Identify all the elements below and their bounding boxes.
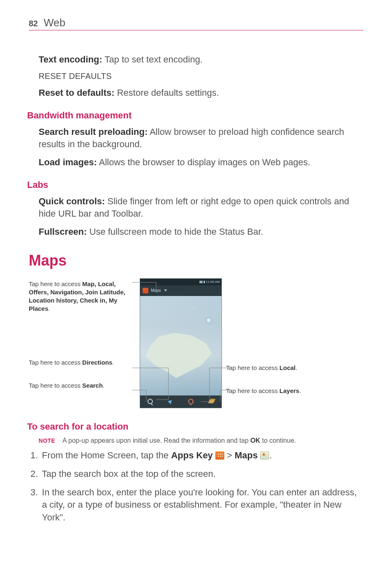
callout-directions: Tap here to access Directions. xyxy=(29,358,136,367)
page-header: 82 Web xyxy=(29,16,363,30)
search-icon[interactable] xyxy=(147,398,154,405)
desc: Use fullscreen mode to hide the Status B… xyxy=(87,227,263,237)
maps-app-title: Maps xyxy=(151,288,161,293)
setting-quick-controls: Quick controls: Slide finger from left o… xyxy=(39,195,363,220)
maps-heading: Maps xyxy=(29,252,363,269)
setting-fullscreen: Fullscreen: Use fullscreen mode to hide … xyxy=(39,226,363,238)
map-canvas[interactable] xyxy=(140,296,221,395)
battery-icon: ▮ xyxy=(203,280,205,284)
maps-app-bar[interactable]: Maps xyxy=(140,285,221,296)
desc: Tap to set text encoding. xyxy=(102,54,203,65)
local-pin-icon[interactable] xyxy=(187,398,195,405)
desc: Restore defaults settings. xyxy=(115,88,219,98)
note: NOTE A pop-up appears upon initial use. … xyxy=(39,437,363,444)
maps-bottom-bar xyxy=(140,395,221,408)
callout-layers: Tap here to access Layers. xyxy=(226,387,321,395)
setting-search-preload: Search result preloading: Allow browser … xyxy=(39,126,363,150)
search-location-heading: To search for a location xyxy=(27,421,363,432)
maps-app-icon xyxy=(260,451,269,460)
note-label: NOTE xyxy=(39,437,55,444)
step-3: 3. In the search box, enter the place yo… xyxy=(30,486,363,524)
chapter-title: Web xyxy=(44,16,65,29)
label: Quick controls: xyxy=(39,196,105,206)
map-landmass xyxy=(146,333,212,378)
desc: Allows the browser to display images on … xyxy=(97,157,310,167)
label: Load images: xyxy=(39,157,97,167)
setting-reset-defaults: Reset to defaults: Restore defaults sett… xyxy=(39,87,363,99)
page-number: 82 xyxy=(29,19,38,28)
maps-app-icon xyxy=(143,288,148,294)
label: Reset to defaults: xyxy=(39,88,115,98)
status-time: 11:06 AM xyxy=(206,280,220,284)
step-1: 1. From the Home Screen, tap the Apps Ke… xyxy=(30,449,363,462)
setting-text-encoding: Text encoding: Tap to set text encoding. xyxy=(39,53,363,66)
label: Fullscreen: xyxy=(39,227,87,237)
my-location-dot xyxy=(207,318,211,322)
maps-figure: Tap here to access Map, Local, Offers, N… xyxy=(29,278,363,410)
setting-load-images: Load images: Allows the browser to displ… xyxy=(39,156,363,169)
dropdown-icon xyxy=(164,289,167,291)
label: Search result preloading: xyxy=(39,127,148,137)
layers-icon[interactable] xyxy=(208,398,215,405)
labs-heading: Labs xyxy=(27,180,363,190)
directions-icon[interactable] xyxy=(167,398,174,405)
status-bar: ▮▮ ▮ 11:06 AM xyxy=(140,279,221,285)
steps-list: 1. From the Home Screen, tap the Apps Ke… xyxy=(29,449,363,524)
signal-icon: ▮▮ xyxy=(199,280,203,284)
callout-search: Tap here to access Search. xyxy=(29,381,136,390)
label: Text encoding: xyxy=(39,54,102,65)
callout-local: Tap here to access Local. xyxy=(226,364,321,372)
callout-menu: Tap here to access Map, Local, Offers, N… xyxy=(29,280,136,313)
bandwidth-heading: Bandwidth management xyxy=(27,110,363,121)
reset-defaults-heading: RESET DEFAULTS xyxy=(39,72,363,81)
apps-key-icon xyxy=(215,451,224,460)
note-text: A pop-up appears upon initial use. Read … xyxy=(62,437,296,444)
maps-screenshot: ▮▮ ▮ 11:06 AM Maps xyxy=(140,278,222,408)
step-2: 2. Tap the search box at the top of the … xyxy=(30,468,363,481)
